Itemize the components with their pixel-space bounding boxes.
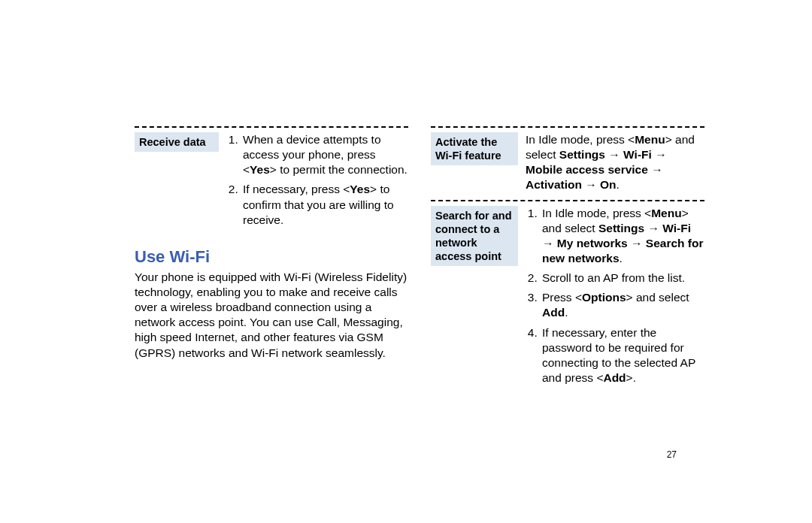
right-column: Activate the Wi-Fi feature In Idle mode,… <box>431 124 704 436</box>
page-number: 27 <box>667 449 677 460</box>
search-step-1: In Idle mode, press <Menu> and select Se… <box>541 206 704 267</box>
receive-data-content: When a device attempts to access your ph… <box>226 132 408 228</box>
activate-content: In Idle mode, press <Menu> and select Se… <box>526 132 704 193</box>
section-heading: Use Wi-Fi <box>135 247 408 267</box>
search-step-3: Press <Options> and select Add. <box>541 290 704 320</box>
receive-step-1: When a device attempts to access your ph… <box>241 132 408 177</box>
receive-data-label: Receive data <box>135 132 219 152</box>
search-row: Search for and connect to a network acce… <box>431 206 704 386</box>
receive-step-2: If necessary, press <Yes> to confirm tha… <box>241 182 408 227</box>
search-label: Search for and connect to a network acce… <box>431 206 518 267</box>
wifi-intro-text: Your phone is equipped with Wi-Fi (Wirel… <box>135 270 408 361</box>
activate-row: Activate the Wi-Fi feature In Idle mode,… <box>431 132 704 193</box>
activate-label: Activate the Wi-Fi feature <box>431 132 518 165</box>
search-step-4: If necessary, enter the password to be r… <box>541 325 704 386</box>
search-content: In Idle mode, press <Menu> and select Se… <box>526 206 704 386</box>
search-step-2: Scroll to an AP from the list. <box>541 271 704 286</box>
left-column: Receive data When a device attempts to a… <box>135 124 408 436</box>
manual-page: Receive data When a device attempts to a… <box>135 124 704 436</box>
receive-data-row: Receive data When a device attempts to a… <box>135 132 408 228</box>
divider <box>135 126 408 128</box>
divider <box>431 200 704 201</box>
divider <box>431 126 704 128</box>
